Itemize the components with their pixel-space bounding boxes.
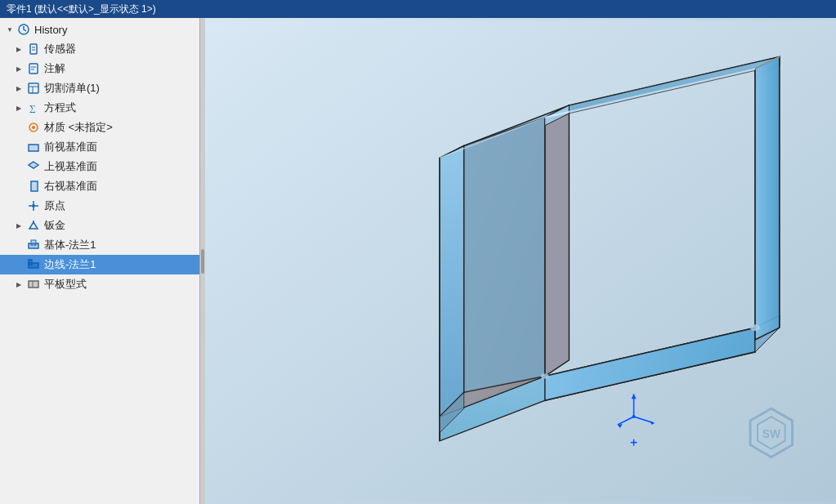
main-layout: ▼History▶传感器▶注解▶切割清单(1)▶∑方程式材质 <未指定>前视基准…	[0, 18, 836, 504]
history-icon	[16, 22, 31, 37]
sidebar-item-history[interactable]: ▼History	[0, 20, 199, 39]
sidebar-item-sheetmetal[interactable]: ▶钣金	[0, 216, 199, 235]
expand-arrow-notes: ▶	[16, 65, 26, 73]
sidebar-label-notes: 注解	[44, 61, 196, 76]
base-flange-icon	[26, 238, 41, 252]
svg-marker-47	[755, 57, 780, 340]
sidebar-label-sheetmetal: 钣金	[44, 218, 196, 233]
sidebar-item-material[interactable]: 材质 <未指定>	[0, 118, 199, 137]
svg-point-59	[633, 415, 636, 418]
svg-rect-22	[31, 240, 36, 245]
svg-point-48	[750, 324, 760, 331]
origin-icon	[26, 198, 41, 213]
title-text: 零件1 (默认<<默认>_显示状态 1>)	[7, 2, 156, 16]
svg-rect-25	[29, 281, 38, 288]
sidebar-label-flat-pattern: 平板型式	[44, 277, 196, 292]
right-plane-icon	[26, 179, 41, 194]
sidebar-item-top-plane[interactable]: 上视基准面	[0, 157, 199, 176]
front-plane-icon	[26, 140, 41, 154]
sidebar-label-edge-flange: 边线-法兰1	[44, 257, 196, 272]
sidebar-label-cutlist: 切割清单(1)	[44, 81, 196, 96]
edge-flange-icon	[26, 257, 41, 272]
expand-arrow-flat-pattern: ▶	[16, 281, 26, 288]
sidebar-label-top-plane: 上视基准面	[44, 159, 196, 174]
sidebar-item-front-plane[interactable]: 前视基准面	[0, 137, 199, 157]
sidebar-item-cutlist[interactable]: ▶切割清单(1)	[0, 78, 199, 98]
svg-marker-39	[464, 118, 545, 393]
svg-marker-19	[29, 222, 38, 229]
flat-pattern-icon	[26, 277, 41, 292]
sheetmetal-icon	[26, 218, 41, 233]
sidebar-item-notes[interactable]: ▶注解	[0, 59, 199, 78]
sidebar-label-right-plane: 右视基准面	[44, 179, 196, 194]
svg-marker-38	[440, 145, 464, 417]
sidebar-label-base-flange: 基体-法兰1	[44, 238, 196, 252]
sidebar-item-sensors[interactable]: ▶传感器	[0, 39, 199, 59]
sidebar-item-edge-flange[interactable]: 边线-法兰1	[0, 255, 199, 274]
material-icon	[26, 120, 41, 135]
sidebar: ▼History▶传感器▶注解▶切割清单(1)▶∑方程式材质 <未指定>前视基准…	[0, 18, 200, 504]
viewport[interactable]: SW	[205, 18, 836, 504]
svg-marker-14	[29, 162, 38, 168]
top-plane-icon	[26, 159, 41, 174]
svg-point-18	[32, 204, 35, 207]
sidebar-item-right-plane[interactable]: 右视基准面	[0, 176, 199, 196]
sidebar-label-history: History	[34, 24, 196, 36]
expand-arrow-equations: ▶	[16, 105, 26, 112]
sidebar-label-material: 材质 <未指定>	[44, 120, 196, 135]
svg-marker-35	[545, 105, 570, 377]
svg-rect-15	[31, 181, 38, 191]
svg-text:SW: SW	[762, 427, 781, 440]
sidebar-item-origin[interactable]: 原点	[0, 196, 199, 216]
sidebar-item-base-flange[interactable]: 基体-法兰1	[0, 235, 199, 255]
sidebar-item-equations[interactable]: ▶∑方程式	[0, 98, 199, 118]
svg-rect-24	[29, 260, 32, 265]
notes-icon	[26, 61, 41, 76]
svg-point-49	[541, 374, 549, 379]
expand-arrow-history: ▼	[7, 26, 16, 33]
sidebar-item-flat-pattern[interactable]: ▶平板型式	[0, 274, 199, 294]
title-bar: 零件1 (默认<<默认>_显示状态 1>)	[0, 0, 836, 18]
svg-text:∑: ∑	[29, 103, 36, 114]
sidebar-label-equations: 方程式	[44, 100, 196, 115]
equations-icon: ∑	[26, 100, 41, 115]
svg-rect-1	[30, 44, 37, 54]
sensors-icon	[26, 42, 41, 56]
sidebar-label-front-plane: 前视基准面	[44, 140, 196, 154]
expand-arrow-sensors: ▶	[16, 46, 26, 53]
sidebar-label-sensors: 传感器	[44, 42, 196, 56]
3d-model: SW	[205, 18, 836, 504]
svg-rect-13	[29, 145, 38, 151]
sidebar-label-origin: 原点	[44, 198, 196, 213]
cutlist-icon	[26, 81, 41, 96]
svg-rect-7	[29, 83, 38, 93]
splitter-handle	[201, 249, 204, 274]
expand-arrow-sheetmetal: ▶	[16, 222, 26, 230]
expand-arrow-cutlist: ▶	[16, 85, 26, 92]
svg-rect-4	[29, 64, 38, 74]
svg-point-12	[32, 126, 35, 129]
